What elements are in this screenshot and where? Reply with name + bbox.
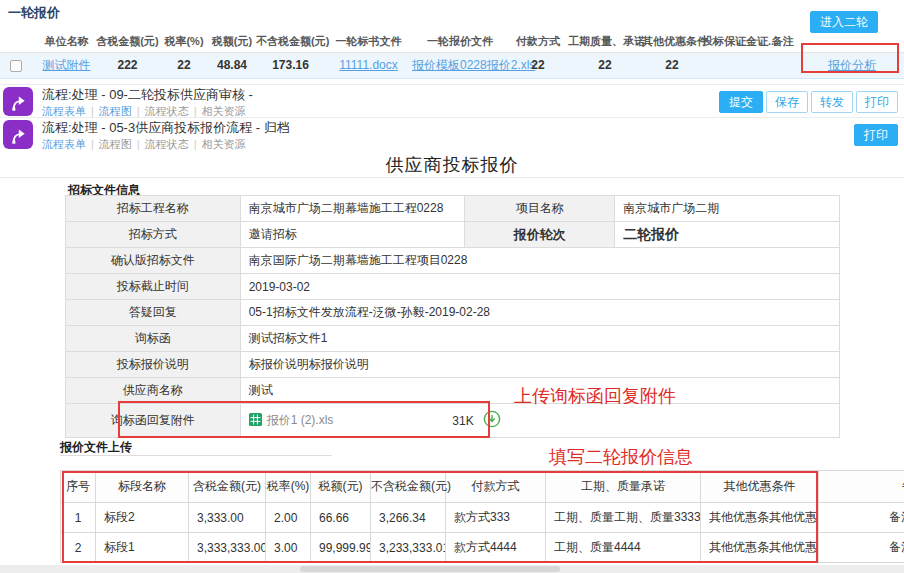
page-title: 供应商投标报价 [0, 153, 904, 177]
form-row: 招标方式 邀请招标 报价轮次 二轮报价 [66, 222, 840, 248]
row-checkbox[interactable] [10, 60, 22, 72]
page: 一轮报价 进入二轮 单位名称 含税金额(元) 税率(%) 税额(元) 不含税金额… [0, 0, 904, 573]
cell-amount-without-tax: 3,233,333.01 [371, 533, 446, 563]
bid-info-table: 招标工程名称 南京城市广场二期幕墙施工工程0228 项目名称 南京城市广场二期 … [65, 195, 840, 438]
cell-amount-without-tax: 3,266.34 [371, 503, 446, 533]
divider: | [194, 138, 197, 150]
quote-header-row: 序号 标段名称 含税金额(元) 税率(%) 税额(元) 不含税金额(元) 付款方… [61, 471, 904, 503]
cell-amount-with-tax: 3,333.00 [189, 503, 266, 533]
quote-round-value: 二轮报价 [615, 222, 840, 248]
form-row: 投标报价说明 标报价说明标报价说明 [66, 352, 840, 378]
cell-amount-with-tax: 3,333,333.00 [189, 533, 266, 563]
cell-remark [766, 52, 800, 78]
form-row: 招标工程名称 南京城市广场二期幕墙施工工程0228 项目名称 南京城市广场二期 [66, 196, 840, 222]
submit-button[interactable]: 提交 [719, 91, 763, 113]
divider: | [91, 105, 94, 117]
download-icon[interactable] [483, 410, 501, 431]
forward-button[interactable]: 转发 [811, 91, 853, 113]
attachment-file-size: 31K [452, 414, 473, 428]
print-button[interactable]: 打印 [856, 91, 898, 113]
confirmed-doc-value: 南京国际广场二期幕墙施工工程项目0228 [240, 248, 839, 274]
col-amount-with-tax: 含税金额(元) [189, 471, 266, 503]
table-row: 测试附件 222 22 48.84 173.16 11111.docx 报价模板… [0, 52, 904, 78]
divider: | [91, 138, 94, 150]
select-all-column [0, 32, 38, 52]
enter-second-round-button[interactable]: 进入二轮 [810, 11, 878, 33]
cell-payment: 款方式4444 [446, 533, 546, 563]
workflow-icon [3, 120, 33, 149]
divider [60, 455, 332, 456]
inquiry-letter-label: 询标函 [66, 326, 241, 352]
form-row: 答疑回复 05-1招标文件发放流程-泛微-孙毅-2019-02-28 [66, 300, 840, 326]
cell-remark: 备注 [819, 533, 904, 563]
quote-row: 2 标段1 3,333,333.00 3.00 99,999.99 3,233,… [61, 533, 904, 563]
col-unit-name: 单位名称 [38, 32, 95, 52]
quote-analysis-link[interactable]: 报价分析 [828, 58, 876, 72]
col-quote-file: 一轮报价文件 [412, 32, 508, 52]
form-row: 供应商名称 测试 [66, 378, 840, 404]
bid-method-value: 邀请招标 [240, 222, 465, 248]
annotation-fill-second-round: 填写二轮报价信息 [549, 445, 693, 469]
workflow-form-link[interactable]: 流程表单 [42, 105, 86, 117]
deadline-value: 2019-03-02 [240, 274, 839, 300]
attachment-file-name[interactable]: 报价1 (2).xls [267, 412, 448, 429]
inquiry-letter-value: 测试招标文件1 [240, 326, 839, 352]
item-name-label: 项目名称 [465, 196, 615, 222]
workflow-status-link[interactable]: 流程状态 [145, 138, 189, 150]
col-quality-promise: 工期质量、承诺 [568, 32, 642, 52]
scrollbar-thumb[interactable] [300, 566, 560, 572]
workflow-bar-2: 流程:处理 - 05-3供应商投标报价流程 - 归档 流程表单|流程图|流程状态… [0, 117, 904, 150]
col-remark: 备注 [819, 471, 904, 503]
first-round-table: 单位名称 含税金额(元) 税率(%) 税额(元) 不含税金额(元) 一轮标书文件… [0, 32, 904, 79]
quote-note-label: 投标报价说明 [66, 352, 241, 378]
col-actions [800, 32, 904, 52]
workflow-resources-link[interactable]: 相关资源 [202, 138, 246, 150]
col-bid-doc-file: 一轮标书文件 [325, 32, 412, 52]
workflow-resources-link[interactable]: 相关资源 [202, 105, 246, 117]
project-name-value: 南京城市广场二期幕墙施工工程0228 [240, 196, 465, 222]
col-deposit: 投标保证金证... [702, 32, 766, 52]
cell-amount-without-tax: 173.16 [256, 52, 325, 78]
annotation-upload-reply: 上传询标函回复附件 [514, 384, 676, 408]
workflow-chart-link[interactable]: 流程图 [99, 105, 132, 117]
deadline-label: 投标截止时间 [66, 274, 241, 300]
quote-table-wrapper: 序号 标段名称 含税金额(元) 税率(%) 税额(元) 不含税金额(元) 付款方… [60, 470, 904, 564]
divider [0, 177, 904, 178]
cell-other-conditions: 其他优惠条其他优惠条44 [701, 533, 819, 563]
divider: | [137, 105, 140, 117]
unit-name-link[interactable]: 测试附件 [43, 58, 91, 72]
workflow-icon [3, 87, 33, 116]
horizontal-scrollbar [0, 565, 904, 573]
project-name-label: 招标工程名称 [66, 196, 241, 222]
workflow-status-link[interactable]: 流程状态 [145, 105, 189, 117]
save-button[interactable]: 保存 [766, 91, 808, 113]
print-button[interactable]: 打印 [854, 124, 898, 146]
cell-seq: 1 [61, 503, 96, 533]
form-row: 确认版招标文件 南京国际广场二期幕墙施工工程项目0228 [66, 248, 840, 274]
quote-note-value: 标报价说明标报价说明 [240, 352, 839, 378]
form-area: 供应商投标报价 招标文件信息 招标工程名称 南京城市广场二期幕墙施工工程0228… [0, 150, 904, 565]
supplier-name-label: 供应商名称 [66, 378, 241, 404]
cell-tax-amount: 66.66 [311, 503, 371, 533]
quote-file-link[interactable]: 报价模板0228报价2.xls [412, 58, 535, 72]
workflow-title: 流程:处理 - 05-3供应商投标报价流程 - 归档 [42, 120, 290, 136]
workflow-form-link[interactable]: 流程表单 [42, 138, 86, 150]
first-round-header-row: 单位名称 含税金额(元) 税率(%) 税额(元) 不含税金额(元) 一轮标书文件… [0, 32, 904, 52]
col-other-conditions: 其他优惠条件 [701, 471, 819, 503]
cell-amount-with-tax: 222 [95, 52, 160, 78]
workflow-chart-link[interactable]: 流程图 [99, 138, 132, 150]
col-payment: 付款方式 [508, 32, 568, 52]
divider: | [137, 138, 140, 150]
excel-file-icon [249, 413, 262, 429]
divider: | [194, 105, 197, 117]
cell-quality-promise: 工期、质量4444 [546, 533, 701, 563]
section-quote-upload-title: 报价文件上传 [60, 439, 132, 456]
cell-tax-rate: 2.00 [266, 503, 311, 533]
col-remark: 备注 [766, 32, 800, 52]
cell-other-conditions: 22 [642, 52, 702, 78]
cell-tax-amount: 48.84 [208, 52, 256, 78]
bid-doc-file-link[interactable]: 11111.docx [339, 58, 398, 72]
col-amount-with-tax: 含税金额(元) [95, 32, 160, 52]
cell-quality-promise: 工期、质量工期、质量3333 [546, 503, 701, 533]
col-tax-amount: 税额(元) [208, 32, 256, 52]
